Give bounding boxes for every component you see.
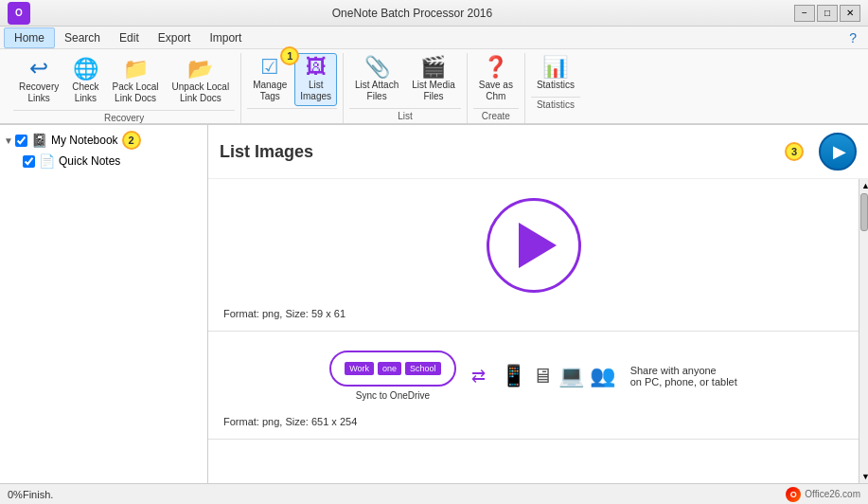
annotation-2: 2 <box>122 131 141 150</box>
scroll-up[interactable]: ▲ <box>859 179 868 192</box>
progress-text: 0% <box>8 489 23 500</box>
sync-text: Sync to OneDrive <box>356 390 430 401</box>
play-triangle <box>519 223 557 268</box>
save-as-chm-button[interactable]: ❓ Save as Chm <box>473 53 519 106</box>
tags-list-buttons: ☑ Manage Tags 1 🖼 List Images <box>247 53 337 106</box>
ribbon-group-recovery: ↩ Recovery Links 🌐 Check Links 📁 Pack Lo… <box>8 53 241 123</box>
annotation-3: 3 <box>785 142 804 161</box>
list-attach-icon: 📎 <box>364 57 390 78</box>
image-meta-1: Format: png, Size: 59 x 61 <box>223 308 345 319</box>
watermark-icon: O <box>786 487 801 502</box>
recovery-buttons: ↩ Recovery Links 🌐 Check Links 📁 Pack Lo… <box>13 53 235 108</box>
ribbon-group-statistics: 📊 Statistics Statistics <box>525 53 586 123</box>
check-links-icon: 🌐 <box>73 59 98 80</box>
run-icon: ▶ <box>833 141 846 162</box>
content-header: List Images 3 ▶ <box>208 125 868 179</box>
restore-button[interactable]: □ <box>817 5 838 22</box>
ribbon-group-tags-list: ☑ Manage Tags 1 🖼 List Images <box>241 53 344 123</box>
list-media-button[interactable]: 🎬 List Media Files <box>406 53 461 106</box>
list-media-icon: 🎬 <box>420 57 446 78</box>
watermark-text: Office26.com <box>805 489 860 499</box>
statistics-button[interactable]: 📊 Statistics <box>531 53 580 95</box>
ribbon-group-create: ❓ Save as Chm Create <box>468 53 525 123</box>
device-icons: 📱 🖥 💻 👥 <box>501 364 615 388</box>
manage-tags-button[interactable]: ☑ Manage Tags 1 <box>247 53 292 106</box>
scroll-down[interactable]: ▼ <box>859 470 868 483</box>
scroll-thumb[interactable] <box>860 193 868 231</box>
sync-box: Work one School Sync to OneDrive <box>329 351 455 401</box>
tags-group-label <box>247 108 337 121</box>
tablet-icon: 💻 <box>558 364 584 388</box>
close-button[interactable]: ✕ <box>840 5 860 22</box>
ribbon: ↩ Recovery Links 🌐 Check Links 📁 Pack Lo… <box>0 49 868 125</box>
users-icon: 👥 <box>590 364 615 388</box>
watermark: O Office26.com <box>786 487 860 502</box>
recovery-links-button[interactable]: ↩ Recovery Links <box>13 53 64 108</box>
notebook-checkbox[interactable] <box>15 135 27 147</box>
image-item-1: Format: png, Size: 59 x 61 <box>208 179 859 332</box>
phone-icon: 📱 <box>501 364 526 388</box>
finish-text: Finish. <box>23 489 53 500</box>
create-buttons: ❓ Save as Chm <box>473 53 519 106</box>
main-area: ▼ 📓 My Notebook 2 📄 Quick Notes List Ima… <box>0 125 868 483</box>
statistics-group-label: Statistics <box>531 97 580 110</box>
save-as-chm-icon: ❓ <box>483 57 508 78</box>
unpack-local-icon: 📂 <box>187 59 213 80</box>
create-group-label: Create <box>473 108 519 121</box>
menu-bar: Home Search Edit Export Import ? <box>0 27 868 49</box>
manage-tags-icon: ☑ <box>260 57 279 78</box>
sidebar: ▼ 📓 My Notebook 2 📄 Quick Notes <box>0 125 208 483</box>
image-preview-2: Work one School Sync to OneDrive ⇄ 📱 <box>223 343 843 408</box>
content-actions: 3 ▶ <box>785 133 857 171</box>
help-button[interactable]: ? <box>841 30 864 45</box>
status-bar: 0% Finish. O Office26.com <box>0 483 868 504</box>
list-attach-button[interactable]: 📎 List Attach Files <box>349 53 404 106</box>
image-item-2: Work one School Sync to OneDrive ⇄ 📱 <box>208 332 859 440</box>
expand-icon: ▼ <box>4 135 13 146</box>
unpack-local-button[interactable]: 📂 Unpack Local Link Docs <box>167 55 236 108</box>
share-text: Share with anyone on PC, phone, or table… <box>630 365 737 387</box>
window-controls: − □ ✕ <box>794 5 860 22</box>
list-group-label: List <box>349 108 461 121</box>
notebook-item[interactable]: ▼ 📓 My Notebook 2 <box>0 129 207 152</box>
one-label: one <box>378 362 401 375</box>
image-list-container: Format: png, Size: 59 x 61 Work one Scho… <box>208 179 868 483</box>
content-area: List Images 3 ▶ <box>208 125 868 483</box>
list-images-icon: 🖼 <box>306 57 327 78</box>
menu-search[interactable]: Search <box>55 28 110 47</box>
work-label: Work <box>345 362 374 375</box>
check-links-button[interactable]: 🌐 Check Links <box>66 55 104 108</box>
notebook-label: My Notebook <box>51 134 118 147</box>
image-preview-1 <box>223 190 843 300</box>
ribbon-group-list: 📎 List Attach Files 🎬 List Media Files L… <box>344 53 468 123</box>
scrollbar[interactable]: ▲ ▼ <box>859 179 868 483</box>
menu-home[interactable]: Home <box>4 27 55 48</box>
title-bar: O OneNote Batch Processor 2016 − □ ✕ <box>0 0 868 27</box>
menu-export[interactable]: Export <box>149 28 201 47</box>
school-label: School <box>405 362 441 375</box>
quick-notes-item[interactable]: 📄 Quick Notes <box>0 152 207 171</box>
app-title: OneNote Batch Processor 2016 <box>30 7 794 20</box>
onedrive-container: Work one School Sync to OneDrive ⇄ 📱 <box>329 343 737 408</box>
recovery-group-label: Recovery <box>13 110 235 123</box>
monitor-icon: 🖥 <box>532 364 553 388</box>
quick-notes-label: Quick Notes <box>59 154 120 168</box>
sync-arrow: ⇄ <box>471 366 486 387</box>
statistics-buttons: 📊 Statistics <box>531 53 580 95</box>
menu-edit[interactable]: Edit <box>110 28 149 47</box>
notebook-icon: 📓 <box>31 133 47 148</box>
quick-notes-icon: 📄 <box>39 153 55 169</box>
pack-local-button[interactable]: 📁 Pack Local Link Docs <box>107 55 165 108</box>
menu-import[interactable]: Import <box>200 28 251 47</box>
app-icon: O <box>8 2 30 25</box>
content-title: List Images <box>220 142 313 162</box>
quick-notes-checkbox[interactable] <box>23 155 35 168</box>
image-list: Format: png, Size: 59 x 61 Work one Scho… <box>208 179 859 483</box>
list-images-button[interactable]: 🖼 List Images <box>294 53 337 106</box>
run-button[interactable]: ▶ <box>819 133 857 171</box>
recovery-links-icon: ↩ <box>29 57 48 80</box>
pack-local-icon: 📁 <box>123 59 149 80</box>
list-buttons: 📎 List Attach Files 🎬 List Media Files <box>349 53 461 106</box>
minimize-button[interactable]: − <box>794 5 815 22</box>
image-meta-2: Format: png, Size: 651 x 254 <box>223 416 357 427</box>
